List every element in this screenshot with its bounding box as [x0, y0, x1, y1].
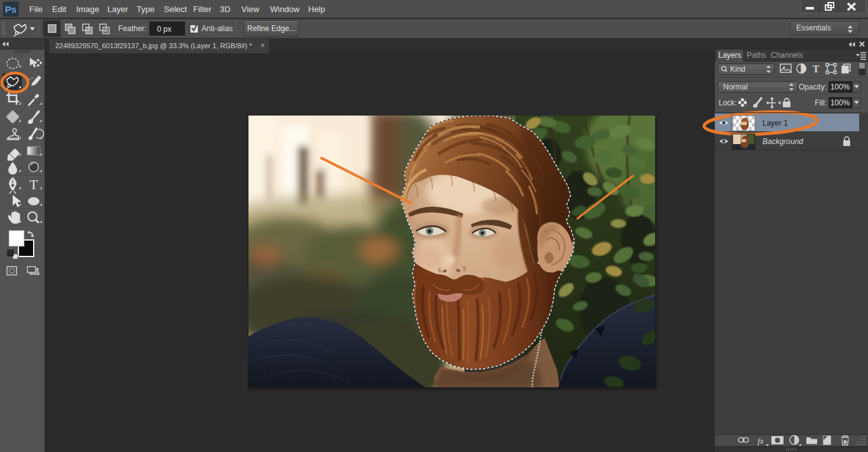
svg-text:fx: fx	[757, 436, 764, 446]
svg-text:100%: 100%	[831, 83, 850, 91]
svg-text:Layer 1: Layer 1	[763, 119, 788, 128]
svg-text:Fill:: Fill:	[815, 98, 827, 107]
svg-text:Background: Background	[763, 137, 803, 146]
svg-text:Opacity:: Opacity:	[799, 83, 827, 91]
svg-text:T: T	[29, 176, 38, 192]
svg-text:Normal: Normal	[723, 83, 748, 91]
svg-text:100%: 100%	[831, 98, 850, 107]
svg-text:T: T	[813, 63, 820, 74]
svg-text:Lock:: Lock:	[719, 98, 737, 107]
svg-text:Kind: Kind	[730, 65, 745, 74]
